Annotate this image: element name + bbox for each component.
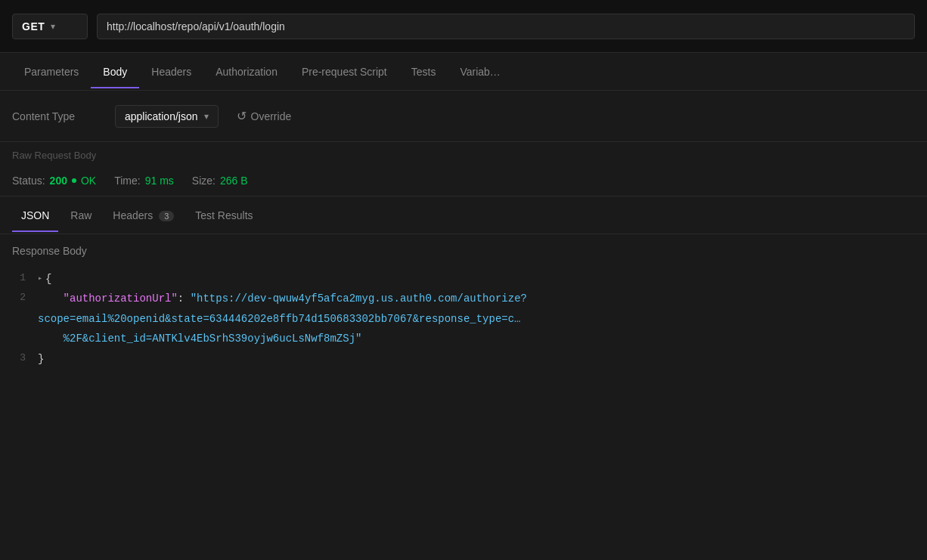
status-dot-icon	[72, 178, 76, 183]
json-line-1: 1 ▸ {	[0, 269, 927, 289]
chevron-down-icon: ▾	[51, 21, 55, 32]
method-selector[interactable]: GET ▾	[12, 14, 88, 39]
refresh-icon: ↺	[237, 109, 246, 123]
tab-parameters[interactable]: Parameters	[12, 55, 91, 88]
content-type-label: Content Type	[12, 110, 103, 122]
json-line-2c: %2F&client_id=ANTKlv4EbSrhS39oyjw6ucLsNw…	[0, 329, 927, 348]
response-body-label: Response Body	[0, 234, 927, 263]
tab-tests[interactable]: Tests	[399, 55, 448, 88]
size-item: Size: 266 B	[192, 175, 248, 187]
status-ok-text: OK	[81, 175, 96, 187]
tab-raw[interactable]: Raw	[61, 199, 101, 232]
line-number-1: 1	[0, 271, 38, 286]
override-button[interactable]: ↺ Override	[231, 104, 298, 128]
line-number-2: 2	[0, 290, 38, 306]
override-label: Override	[251, 110, 292, 122]
status-label: Status:	[12, 175, 45, 187]
tab-body[interactable]: Body	[91, 55, 139, 88]
tab-authorization[interactable]: Authorization	[203, 55, 290, 88]
content-type-chevron-icon: ▾	[204, 111, 209, 122]
status-code: 200	[50, 175, 67, 187]
size-value: 266 B	[220, 175, 248, 187]
json-editor: 1 ▸ { 2 "authorizationUrl": "https://dev…	[0, 263, 927, 375]
json-key-authorizationUrl: "authorizationUrl"	[64, 292, 178, 305]
json-line-2: 2 "authorizationUrl": "https://dev-qwuw4…	[0, 289, 927, 308]
json-value-url-cont: scope=email%20openid&state=634446202e8ff…	[38, 313, 521, 325]
tab-variables[interactable]: Variab…	[448, 55, 512, 88]
json-value-url-end: %2F&client_id=ANTKlv4EbSrhS39oyjw6ucLsNw…	[64, 333, 362, 345]
tab-test-results[interactable]: Test Results	[186, 199, 262, 232]
json-line-3: 3 }	[0, 349, 927, 369]
tab-response-headers[interactable]: Headers 3	[104, 199, 183, 232]
time-label: Time:	[114, 175, 140, 187]
status-item: Status: 200 OK	[12, 175, 96, 187]
response-tabs-bar: JSON Raw Headers 3 Test Results	[0, 196, 927, 234]
method-text: GET	[22, 20, 45, 32]
raw-request-body-hint: Raw Request Body	[0, 142, 927, 166]
line-number-3: 3	[0, 351, 38, 367]
tab-prerequest[interactable]: Pre-request Script	[290, 55, 399, 88]
close-brace: }	[38, 353, 44, 365]
time-value: 91 ms	[145, 175, 174, 187]
size-label: Size:	[192, 175, 215, 187]
time-item: Time: 91 ms	[114, 175, 174, 187]
url-bar: GET ▾	[0, 0, 927, 53]
url-input[interactable]	[97, 14, 915, 39]
content-type-select[interactable]: application/json ▾	[115, 105, 219, 128]
status-bar: Status: 200 OK Time: 91 ms Size: 266 B	[0, 166, 927, 196]
open-brace: {	[45, 273, 51, 285]
tab-json[interactable]: JSON	[12, 199, 58, 232]
headers-count-badge: 3	[159, 211, 174, 221]
request-tabs-bar: Parameters Body Headers Authorization Pr…	[0, 53, 927, 91]
json-line-2b: scope=email%20openid&state=634446202e8ff…	[0, 309, 927, 329]
collapse-arrow-icon[interactable]: ▸	[38, 273, 42, 285]
json-value-url-start: "https://dev-qwuw4yf5afca2myg.us.auth0.c…	[191, 292, 527, 305]
json-colon: :	[178, 292, 184, 305]
content-type-value: application/json	[125, 110, 198, 122]
tab-headers[interactable]: Headers	[139, 55, 203, 88]
content-type-row: Content Type application/json ▾ ↺ Overri…	[0, 91, 927, 142]
